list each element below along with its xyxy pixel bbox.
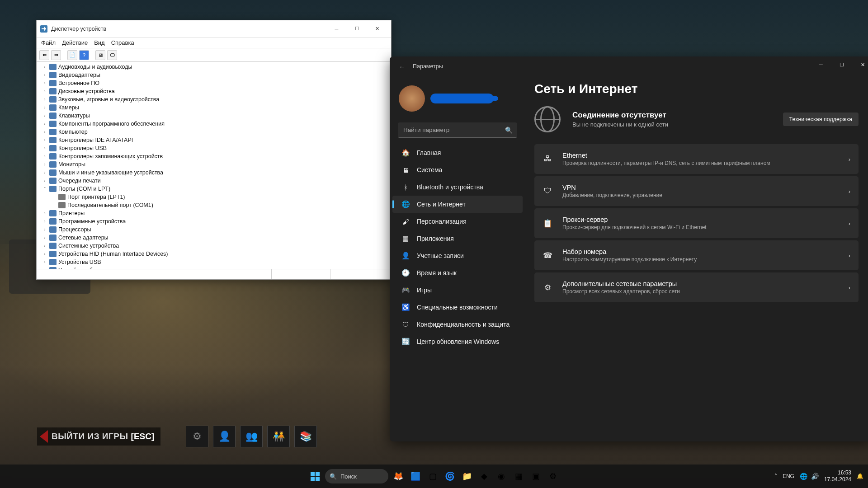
taskbar-steam-icon[interactable]: ◉ xyxy=(494,469,509,483)
card-sub: Добавление, подключение, управление xyxy=(562,192,662,198)
settings-nav: 🏠Главная🖥СистемаᚼBluetooth и устройства🌐… xyxy=(390,144,525,350)
settings-minimize-button[interactable]: ─ xyxy=(811,56,831,73)
hud-profile-icon[interactable]: 👤 xyxy=(213,426,236,447)
nav-Bluetooth и устройства[interactable]: ᚼBluetooth и устройства xyxy=(392,178,523,196)
nav-Специальные возможности[interactable]: ♿Специальные возможности xyxy=(392,299,523,316)
tree-item[interactable]: ›Сетевые адаптеры xyxy=(37,234,391,242)
tray-lang[interactable]: ENG xyxy=(783,473,794,479)
tree-item[interactable]: ›Мыши и иные указывающие устройства xyxy=(37,169,391,177)
search-icon[interactable]: 🔍 xyxy=(505,127,513,134)
tree-item[interactable]: ›Устройства USB xyxy=(37,258,391,266)
card-sub: Просмотр всех сетевых адаптеров, сброс с… xyxy=(562,288,680,295)
menu-view[interactable]: Вид xyxy=(94,39,105,46)
tech-support-button[interactable]: Техническая поддержка xyxy=(783,113,859,126)
taskbar-edge-icon[interactable]: 🌀 xyxy=(443,469,457,483)
tree-item[interactable]: ›Видеоадаптеры xyxy=(37,71,391,79)
tree-item[interactable]: ›Контроллеры IDE ATA/ATAPI xyxy=(37,136,391,144)
tree-item[interactable]: ˅Порты (COM и LPT) xyxy=(37,185,391,193)
settings-card[interactable]: ⚙Дополнительные сетевые параметрыПросмот… xyxy=(534,272,859,302)
tree-item[interactable]: ›Процессоры xyxy=(37,225,391,234)
taskbar-taskview-icon[interactable]: ▢ xyxy=(425,469,440,483)
tree-item[interactable]: ›Компьютер xyxy=(37,128,391,136)
settings-card[interactable]: 📋Прокси-серверПрокси-сервер для подключе… xyxy=(534,208,859,238)
exit-game-button[interactable]: ВЫЙТИ ИЗ ИГРЫ [ESC] xyxy=(37,427,160,446)
close-button[interactable]: ✕ xyxy=(367,22,387,36)
tree-item[interactable]: ›Программные устройства xyxy=(37,217,391,225)
tree-item[interactable]: ›Камеры xyxy=(37,103,391,112)
search-input[interactable] xyxy=(398,122,517,138)
page-title: Сеть и Интернет xyxy=(534,82,859,96)
settings-card[interactable]: 🖧EthernetПроверка подлинности, параметры… xyxy=(534,144,859,174)
tree-item[interactable]: ›Аудиовходы и аудиовыходы xyxy=(37,63,391,71)
taskbar-widgets-icon[interactable]: 🟦 xyxy=(408,469,423,483)
nav-Конфиденциальность и защита[interactable]: 🛡Конфиденциальность и защита xyxy=(392,316,523,333)
tree-item[interactable]: ›Системные устройства xyxy=(37,242,391,250)
nav-icon: ▦ xyxy=(401,235,410,243)
hud-inventory-icon[interactable]: 📚 xyxy=(294,426,317,447)
tree-item[interactable]: ›Клавиатуры xyxy=(37,112,391,120)
tree-item-child[interactable]: Последовательный порт (COM1) xyxy=(37,201,391,209)
settings-card[interactable]: 🛡VPNДобавление, подключение, управление› xyxy=(534,176,859,206)
tree-item[interactable]: ›Встроенное ПО xyxy=(37,79,391,87)
hud-settings-icon[interactable]: ⚙ xyxy=(186,426,208,447)
taskbar-app1-icon[interactable]: ◆ xyxy=(477,469,491,483)
menu-file[interactable]: Файл xyxy=(41,39,56,46)
tray-system[interactable]: 🌐 🔊 xyxy=(800,473,819,480)
tree-item[interactable]: ›Устройства HID (Human Interface Devices… xyxy=(37,250,391,258)
nav-Центр обновления Windows[interactable]: 🔄Центр обновления Windows xyxy=(392,333,523,350)
hud-group-icon[interactable]: 🧑‍🤝‍🧑 xyxy=(267,426,290,447)
hud-friends-icon[interactable]: 👥 xyxy=(240,426,263,447)
nav-Время и язык[interactable]: 🕘Время и язык xyxy=(392,264,523,282)
tool-fwd-icon[interactable]: ⇒ xyxy=(51,50,61,60)
taskbar-game-icon[interactable]: ▦ xyxy=(511,469,526,483)
nav-icon: 🔄 xyxy=(401,338,410,346)
user-block[interactable] xyxy=(390,82,525,120)
taskbar: 🔍 Поиск 🦊 🟦 ▢ 🌀 📁 ◆ ◉ ▦ ▣ ⚙ ˄ ENG 🌐 🔊 16… xyxy=(0,465,868,488)
back-icon[interactable]: ← xyxy=(399,63,406,70)
nav-Главная[interactable]: 🏠Главная xyxy=(392,144,523,161)
tool-back-icon[interactable]: ⇐ xyxy=(39,50,49,60)
devmgr-tree[interactable]: ›Аудиовходы и аудиовыходы›Видеоадаптеры›… xyxy=(37,62,391,269)
taskbar-search[interactable]: 🔍 Поиск xyxy=(325,469,388,483)
settings-maximize-button[interactable]: ☐ xyxy=(831,56,852,73)
tree-item[interactable]: ›Компоненты программного обеспечения xyxy=(37,120,391,128)
tree-item[interactable]: ›Мониторы xyxy=(37,160,391,169)
taskbar-app2-icon[interactable]: ▣ xyxy=(528,469,543,483)
nav-Приложения[interactable]: ▦Приложения xyxy=(392,230,523,247)
settings-close-button[interactable]: ✕ xyxy=(852,56,868,73)
chevron-right-icon: › xyxy=(849,188,850,195)
tree-item[interactable]: ›Контроллеры запоминающих устройств xyxy=(37,152,391,160)
taskbar-copilot-icon[interactable]: 🦊 xyxy=(391,469,406,483)
devmgr-titlebar[interactable]: Диспетчер устройств ─ ☐ ✕ xyxy=(37,20,391,38)
nav-Сеть и Интернет[interactable]: 🌐Сеть и Интернет xyxy=(392,196,523,213)
nav-Учетные записи[interactable]: 👤Учетные записи xyxy=(392,247,523,264)
tree-item[interactable]: ›Очереди печати xyxy=(37,177,391,185)
tree-item[interactable]: ›Контроллеры USB xyxy=(37,144,391,152)
tree-item-child[interactable]: Порт принтера (LPT1) xyxy=(37,193,391,201)
taskbar-right: ˄ ENG 🌐 🔊 16:53 17.04.2024 🔔 xyxy=(774,469,863,483)
tool-help-icon[interactable]: ? xyxy=(79,50,89,60)
minimize-button[interactable]: ─ xyxy=(326,22,347,36)
card-title: Набор номера xyxy=(562,248,697,255)
notifications-icon[interactable]: 🔔 xyxy=(857,473,863,479)
nav-icon: 🌐 xyxy=(401,200,410,208)
tool-scan-icon[interactable]: 🖥 xyxy=(95,50,105,60)
tree-item[interactable]: ›Дисковые устройства xyxy=(37,87,391,95)
settings-titlebar[interactable]: ← Параметры xyxy=(390,56,868,76)
nav-Система[interactable]: 🖥Система xyxy=(392,161,523,178)
nav-Персонализация[interactable]: 🖌Персонализация xyxy=(392,213,523,230)
taskbar-explorer-icon[interactable]: 📁 xyxy=(460,469,474,483)
tree-item[interactable]: ›Принтеры xyxy=(37,209,391,217)
settings-card[interactable]: ☎Набор номераНастроить коммутируемое под… xyxy=(534,240,859,270)
start-button[interactable] xyxy=(308,469,322,483)
menu-help[interactable]: Справка xyxy=(111,39,134,46)
nav-Игры[interactable]: 🎮Игры xyxy=(392,282,523,299)
tray-chevron-icon[interactable]: ˄ xyxy=(774,473,777,479)
tool-prop-icon[interactable]: 🖵 xyxy=(107,50,117,60)
tree-item[interactable]: ›Звуковые, игровые и видеоустройства xyxy=(37,95,391,103)
tray-clock[interactable]: 16:53 17.04.2024 xyxy=(824,469,851,483)
menu-action[interactable]: Действие xyxy=(62,39,88,46)
tool-show-icon[interactable]: 📄 xyxy=(67,50,77,60)
maximize-button[interactable]: ☐ xyxy=(347,22,367,36)
taskbar-settings-icon[interactable]: ⚙ xyxy=(546,469,560,483)
